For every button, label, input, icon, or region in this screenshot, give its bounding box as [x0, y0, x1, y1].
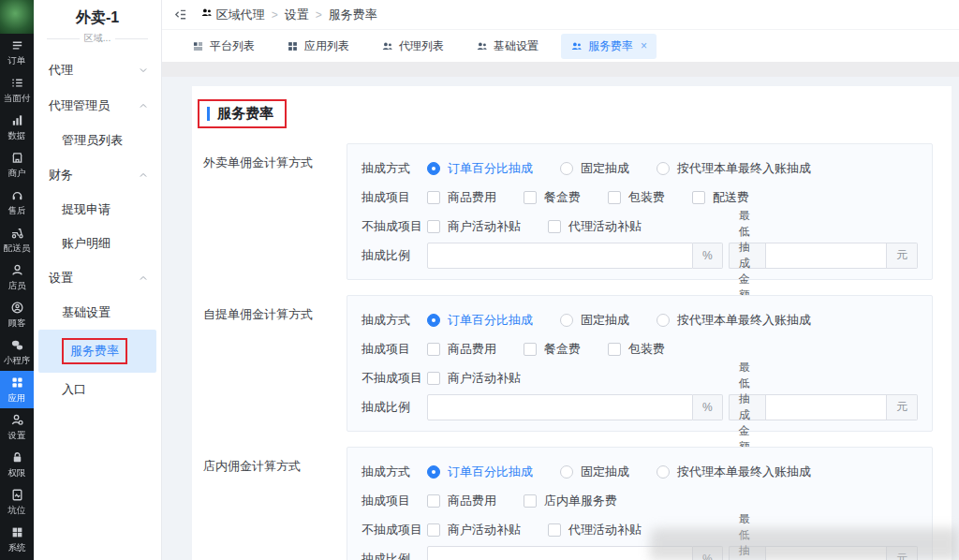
ratio-input[interactable]	[427, 394, 693, 420]
sidebar-item-service-rate[interactable]: 服务费率	[38, 330, 156, 373]
checkbox-option[interactable]: 商品费用	[427, 341, 496, 358]
checkbox-option[interactable]: 包装费	[608, 341, 665, 358]
checkbox-option[interactable]: 餐盒费	[524, 341, 581, 358]
checkbox-option[interactable]: 包装费	[608, 189, 665, 206]
checkbox-option[interactable]: 代理活动补贴	[548, 522, 642, 538]
rail-item-staff[interactable]: 店员	[0, 258, 34, 296]
courier-scooter-icon	[10, 226, 24, 240]
tab-app-list[interactable]: 应用列表	[277, 34, 359, 59]
section-label: 店内佣金计算方式	[203, 447, 347, 560]
close-icon[interactable]: ×	[641, 39, 647, 52]
sidebar-item-account-detail[interactable]: 账户明细	[34, 227, 161, 260]
rail-item-apps[interactable]: 应用	[0, 371, 34, 408]
rail-item-data[interactable]: 数据	[0, 109, 34, 146]
radio-option[interactable]: 按代理本单最终入账抽成	[657, 312, 811, 329]
radio-option[interactable]: 订单百分比抽成	[427, 160, 533, 177]
checkbox-label: 包装费	[628, 189, 665, 206]
breadcrumb-item[interactable]: 服务费率	[329, 7, 377, 23]
radio-icon	[560, 162, 573, 175]
checkbox-option[interactable]: 代理活动补贴	[548, 218, 642, 235]
checkbox-option[interactable]: 配送费	[692, 189, 749, 206]
radio-option[interactable]: 固定抽成	[560, 464, 629, 480]
rail-item-mini-program[interactable]: 小程序	[0, 333, 34, 371]
section-takeout: 外卖单佣金计算方式抽成方式订单百分比抽成固定抽成按代理本单最终入账抽成抽成项目商…	[203, 143, 933, 280]
radio-option[interactable]: 固定抽成	[560, 312, 629, 329]
row-label: 抽成方式	[361, 464, 427, 480]
radio-icon	[560, 314, 573, 327]
checkbox-label: 商品费用	[448, 189, 496, 206]
menu-group-settings[interactable]: 设置	[34, 260, 161, 296]
min-amount-input[interactable]	[765, 243, 887, 269]
rail-item-permissions[interactable]: 权限	[0, 446, 34, 483]
rail-item-slots[interactable]: 坑位	[0, 483, 34, 521]
sidebar-item-basic-settings[interactable]: 基础设置	[34, 296, 161, 330]
checkbox-icon	[427, 494, 440, 508]
radio-option[interactable]: 按代理本单最终入账抽成	[657, 160, 811, 177]
breadcrumb-item[interactable]: 区域代理	[200, 7, 265, 23]
rail-item-label: 商户	[8, 167, 26, 179]
app-window: 订单当面付数据商户售后配送员店员顾客小程序应用设置权限坑位系统 外卖-1 区域.…	[0, 0, 959, 560]
menu-group-label: 财务	[49, 167, 73, 184]
checkbox-label: 餐盒费	[544, 341, 581, 358]
breadcrumb-item[interactable]: 设置	[285, 7, 309, 23]
radio-option[interactable]: 订单百分比抽成	[427, 312, 533, 329]
tab-agent-list[interactable]: 代理列表	[372, 34, 453, 59]
checkbox-label: 店内单服务费	[544, 493, 617, 509]
row-label: 不抽成项目	[361, 218, 427, 235]
checkbox-option[interactable]: 商户活动补贴	[427, 370, 521, 387]
yuan-addon: 元	[887, 243, 918, 269]
radio-option[interactable]: 订单百分比抽成	[427, 464, 533, 480]
rail-item-face-pay[interactable]: 当面付	[0, 71, 34, 109]
rail-item-settings[interactable]: 设置	[0, 408, 34, 446]
row-label: 抽成比例	[361, 399, 427, 416]
rail-item-customer[interactable]: 顾客	[0, 296, 34, 333]
menu-item-label: 管理员列表	[62, 133, 123, 147]
form-box-takeout: 抽成方式订单百分比抽成固定抽成按代理本单最终入账抽成抽成项目商品费用餐盒费包装费…	[347, 143, 933, 280]
items-row: 抽成项目商品费用餐盒费包装费	[361, 334, 918, 363]
rail-item-orders[interactable]: 订单	[0, 34, 34, 71]
tab-label: 应用列表	[304, 38, 349, 54]
radio-icon	[657, 314, 670, 327]
checkbox-label: 商户活动补贴	[448, 522, 521, 538]
checkbox-option[interactable]: 商品费用	[427, 493, 496, 509]
checkbox-icon	[427, 220, 440, 233]
menu-item-label: 提现申请	[62, 202, 111, 216]
rail-item-merchant[interactable]: 商户	[0, 146, 34, 184]
checkbox-option[interactable]: 商户活动补贴	[427, 522, 521, 538]
menu-item-label: 基础设置	[62, 305, 111, 319]
sidebar-item-admin-list[interactable]: 管理员列表	[34, 124, 161, 157]
radio-option[interactable]: 固定抽成	[560, 160, 629, 177]
rail-item-system[interactable]: 系统	[0, 521, 34, 558]
settings-person-icon	[10, 413, 24, 427]
menu-group-agent[interactable]: 代理	[34, 52, 161, 88]
rail-item-label: 当面付	[4, 92, 31, 104]
radio-icon	[427, 465, 440, 479]
rail-item-after-sales[interactable]: 售后	[0, 184, 34, 221]
tab-service-rate[interactable]: 服务费率×	[561, 34, 657, 59]
checkbox-icon	[427, 372, 440, 385]
checkbox-option[interactable]: 店内单服务费	[524, 493, 617, 509]
collapse-sidebar-icon[interactable]	[173, 7, 187, 22]
section-label: 外卖单佣金计算方式	[203, 143, 347, 280]
checkbox-option[interactable]: 商户活动补贴	[427, 218, 521, 235]
sidebar-item-withdraw-request[interactable]: 提现申请	[34, 193, 161, 227]
menu-group-finance[interactable]: 财务	[34, 157, 161, 193]
menu-group-agent-admin[interactable]: 代理管理员	[34, 88, 161, 124]
tab-platform-list[interactable]: 平台列表	[183, 34, 264, 59]
radio-label: 订单百分比抽成	[448, 312, 533, 329]
checkbox-option[interactable]: 商品费用	[427, 189, 496, 206]
ratio-input[interactable]	[427, 243, 693, 269]
radio-icon	[657, 162, 670, 175]
radio-icon	[560, 465, 573, 479]
rail-item-label: 坑位	[8, 504, 26, 516]
row-label: 抽成方式	[361, 160, 427, 177]
sidebar-item-entrance[interactable]: 入口	[34, 373, 161, 406]
section-pickup: 自提单佣金计算方式抽成方式订单百分比抽成固定抽成按代理本单最终入账抽成抽成项目商…	[203, 295, 933, 432]
min-amount-input[interactable]	[765, 394, 887, 420]
rail-item-courier[interactable]: 配送员	[0, 221, 34, 258]
menu-group-label: 代理管理员	[49, 97, 110, 114]
checkbox-option[interactable]: 餐盒费	[524, 189, 581, 206]
checkbox-label: 商品费用	[448, 493, 496, 509]
radio-option[interactable]: 按代理本单最终入账抽成	[657, 464, 811, 480]
tab-basic-settings[interactable]: 基础设置	[466, 34, 548, 59]
